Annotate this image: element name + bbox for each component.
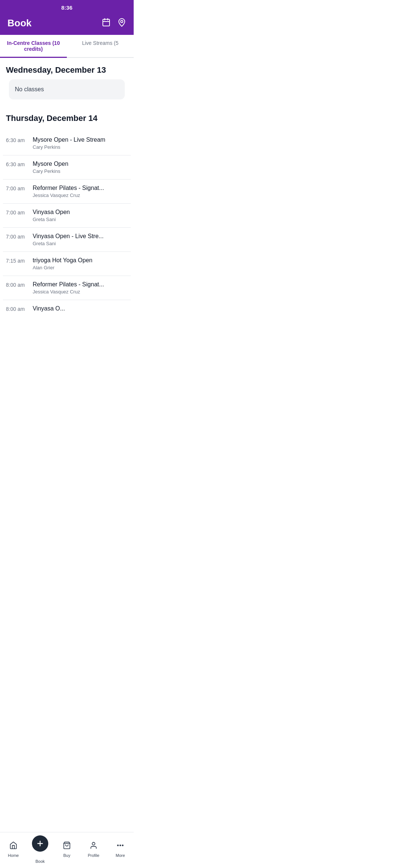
class-info: Vinyasa Open Greta Sani (33, 209, 128, 222)
list-item[interactable]: 7:00 am Reformer Pilates - Signat... Jes… (3, 180, 131, 204)
class-instructor: Cary Perkins (33, 168, 128, 174)
no-classes-label: No classes (15, 86, 44, 92)
class-instructor: Greta Sani (33, 217, 128, 222)
list-item[interactable]: 7:00 am Vinyasa Open - Live Stre... Gret… (3, 228, 131, 252)
class-name: Vinyasa Open - Live Stre... (33, 233, 128, 240)
class-info: Vinyasa O... (33, 305, 128, 313)
content-area: Wednesday, December 13 No classes Thursd… (0, 58, 134, 348)
class-name: triyoga Hot Yoga Open (33, 257, 128, 264)
class-time: 6:30 am (6, 161, 33, 167)
class-name: Mysore Open (33, 161, 128, 167)
page-title: Book (7, 17, 32, 29)
class-instructor: Alan Grier (33, 265, 128, 270)
class-name: Vinyasa O... (33, 305, 128, 312)
class-name: Reformer Pilates - Signat... (33, 185, 128, 191)
svg-rect-0 (103, 19, 110, 26)
no-classes-card: No classes (9, 79, 125, 99)
class-name: Reformer Pilates - Signat... (33, 281, 128, 288)
svg-point-4 (121, 20, 123, 23)
class-info: triyoga Hot Yoga Open Alan Grier (33, 257, 128, 270)
class-time: 8:00 am (6, 305, 33, 312)
class-info: Reformer Pilates - Signat... Jessica Vas… (33, 281, 128, 295)
day-section-wednesday: Wednesday, December 13 No classes (0, 58, 134, 106)
class-list-thursday: 6:30 am Mysore Open - Live Stream Cary P… (0, 131, 134, 318)
calendar-icon[interactable] (102, 18, 111, 29)
class-time: 7:00 am (6, 209, 33, 216)
class-time: 7:15 am (6, 257, 33, 264)
list-item[interactable]: 7:00 am Vinyasa Open Greta Sani (3, 204, 131, 228)
day-header-wednesday: Wednesday, December 13 (6, 65, 128, 75)
header-actions (102, 18, 126, 29)
class-info: Reformer Pilates - Signat... Jessica Vas… (33, 185, 128, 198)
class-name: Vinyasa Open (33, 209, 128, 216)
class-time: 6:30 am (6, 137, 33, 143)
tab-in-centre[interactable]: In-Centre Classes (10 credits) (0, 35, 67, 57)
class-instructor: Jessica Vasquez Cruz (33, 193, 128, 198)
class-instructor: Jessica Vasquez Cruz (33, 289, 128, 295)
list-item[interactable]: 8:00 am Reformer Pilates - Signat... Jes… (3, 276, 131, 300)
status-bar: 8:36 (0, 0, 134, 14)
class-instructor: Cary Perkins (33, 144, 128, 150)
app-header: Book (0, 14, 134, 35)
class-info: Mysore Open - Live Stream Cary Perkins (33, 137, 128, 150)
status-time: 8:36 (61, 4, 72, 11)
list-item[interactable]: 7:15 am triyoga Hot Yoga Open Alan Grier (3, 252, 131, 276)
class-time: 7:00 am (6, 233, 33, 240)
class-time: 7:00 am (6, 185, 33, 191)
list-item[interactable]: 6:30 am Mysore Open Cary Perkins (3, 155, 131, 180)
class-name: Mysore Open - Live Stream (33, 137, 128, 143)
tab-live-streams[interactable]: Live Streams (5 (67, 35, 134, 57)
list-item[interactable]: 8:00 am Vinyasa O... (3, 300, 131, 318)
class-info: Mysore Open Cary Perkins (33, 161, 128, 174)
class-instructor: Greta Sani (33, 241, 128, 246)
location-icon[interactable] (117, 18, 126, 29)
day-section-thursday: Thursday, December 14 (0, 106, 134, 131)
day-header-thursday: Thursday, December 14 (6, 114, 128, 123)
tab-bar: In-Centre Classes (10 credits) Live Stre… (0, 35, 134, 58)
list-item[interactable]: 6:30 am Mysore Open - Live Stream Cary P… (3, 131, 131, 155)
class-info: Vinyasa Open - Live Stre... Greta Sani (33, 233, 128, 246)
class-time: 8:00 am (6, 281, 33, 288)
